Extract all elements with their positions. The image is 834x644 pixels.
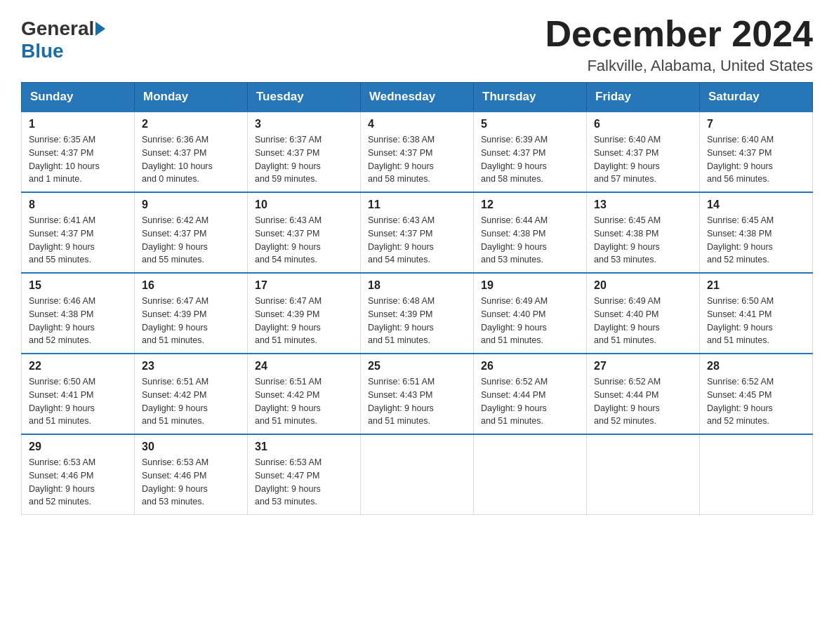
calendar-cell: 25Sunrise: 6:51 AMSunset: 4:43 PMDayligh…	[361, 354, 474, 434]
calendar-cell: 29Sunrise: 6:53 AMSunset: 4:46 PMDayligh…	[22, 434, 135, 515]
calendar-cell: 5Sunrise: 6:39 AMSunset: 4:37 PMDaylight…	[474, 112, 587, 192]
calendar-cell: 27Sunrise: 6:52 AMSunset: 4:44 PMDayligh…	[587, 354, 700, 434]
day-info: Sunrise: 6:45 AMSunset: 4:38 PMDaylight:…	[594, 214, 692, 267]
calendar-cell: 1Sunrise: 6:35 AMSunset: 4:37 PMDaylight…	[22, 112, 135, 192]
day-number: 25	[368, 360, 466, 373]
day-info: Sunrise: 6:49 AMSunset: 4:40 PMDaylight:…	[594, 295, 692, 347]
calendar-cell: 10Sunrise: 6:43 AMSunset: 4:37 PMDayligh…	[248, 192, 361, 273]
calendar-week-row: 1Sunrise: 6:35 AMSunset: 4:37 PMDaylight…	[22, 112, 813, 192]
weekday-header-friday: Friday	[587, 83, 700, 112]
day-info: Sunrise: 6:47 AMSunset: 4:39 PMDaylight:…	[255, 295, 353, 347]
day-info: Sunrise: 6:47 AMSunset: 4:39 PMDaylight:…	[142, 295, 240, 347]
day-number: 13	[594, 199, 692, 211]
calendar-cell: 22Sunrise: 6:50 AMSunset: 4:41 PMDayligh…	[22, 354, 135, 434]
day-info: Sunrise: 6:36 AMSunset: 4:37 PMDaylight:…	[142, 133, 240, 186]
day-info: Sunrise: 6:46 AMSunset: 4:38 PMDaylight:…	[29, 295, 127, 347]
calendar-cell: 20Sunrise: 6:49 AMSunset: 4:40 PMDayligh…	[587, 273, 700, 354]
day-number: 4	[368, 118, 466, 130]
day-number: 7	[707, 118, 805, 130]
day-number: 3	[255, 118, 353, 130]
day-number: 9	[142, 199, 240, 211]
weekday-header-saturday: Saturday	[700, 83, 813, 112]
page-subtitle: Falkville, Alabama, United States	[545, 57, 813, 75]
calendar-cell: 30Sunrise: 6:53 AMSunset: 4:46 PMDayligh…	[135, 434, 248, 515]
day-number: 28	[707, 360, 805, 373]
day-info: Sunrise: 6:52 AMSunset: 4:44 PMDaylight:…	[594, 375, 692, 428]
day-number: 2	[142, 118, 240, 130]
day-info: Sunrise: 6:49 AMSunset: 4:40 PMDaylight:…	[481, 295, 579, 347]
calendar-cell: 15Sunrise: 6:46 AMSunset: 4:38 PMDayligh…	[22, 273, 135, 354]
day-number: 26	[481, 360, 579, 373]
weekday-header-monday: Monday	[135, 83, 248, 112]
day-info: Sunrise: 6:43 AMSunset: 4:37 PMDaylight:…	[368, 214, 466, 267]
calendar-cell: 24Sunrise: 6:51 AMSunset: 4:42 PMDayligh…	[248, 354, 361, 434]
calendar-cell: 2Sunrise: 6:36 AMSunset: 4:37 PMDaylight…	[135, 112, 248, 192]
day-number: 20	[594, 279, 692, 292]
calendar-cell	[361, 434, 474, 515]
calendar-cell	[587, 434, 700, 515]
day-number: 11	[368, 199, 466, 211]
day-info: Sunrise: 6:53 AMSunset: 4:47 PMDaylight:…	[255, 456, 353, 509]
weekday-header-wednesday: Wednesday	[361, 83, 474, 112]
day-info: Sunrise: 6:48 AMSunset: 4:39 PMDaylight:…	[368, 295, 466, 347]
calendar-cell: 17Sunrise: 6:47 AMSunset: 4:39 PMDayligh…	[248, 273, 361, 354]
day-number: 8	[29, 199, 127, 211]
day-info: Sunrise: 6:40 AMSunset: 4:37 PMDaylight:…	[707, 133, 805, 186]
day-info: Sunrise: 6:52 AMSunset: 4:45 PMDaylight:…	[707, 375, 805, 428]
calendar-cell: 14Sunrise: 6:45 AMSunset: 4:38 PMDayligh…	[700, 192, 813, 273]
calendar-table: SundayMondayTuesdayWednesdayThursdayFrid…	[21, 82, 813, 515]
calendar-cell: 7Sunrise: 6:40 AMSunset: 4:37 PMDaylight…	[700, 112, 813, 192]
calendar-week-row: 15Sunrise: 6:46 AMSunset: 4:38 PMDayligh…	[22, 273, 813, 354]
day-number: 5	[481, 118, 579, 130]
day-info: Sunrise: 6:37 AMSunset: 4:37 PMDaylight:…	[255, 133, 353, 186]
day-info: Sunrise: 6:51 AMSunset: 4:42 PMDaylight:…	[255, 375, 353, 428]
calendar-cell: 31Sunrise: 6:53 AMSunset: 4:47 PMDayligh…	[248, 434, 361, 515]
day-info: Sunrise: 6:53 AMSunset: 4:46 PMDaylight:…	[29, 456, 127, 509]
logo-general: General	[21, 18, 94, 40]
calendar-cell: 23Sunrise: 6:51 AMSunset: 4:42 PMDayligh…	[135, 354, 248, 434]
day-info: Sunrise: 6:43 AMSunset: 4:37 PMDaylight:…	[255, 214, 353, 267]
calendar-cell: 28Sunrise: 6:52 AMSunset: 4:45 PMDayligh…	[700, 354, 813, 434]
weekday-header-tuesday: Tuesday	[248, 83, 361, 112]
calendar-week-row: 29Sunrise: 6:53 AMSunset: 4:46 PMDayligh…	[22, 434, 813, 515]
day-info: Sunrise: 6:42 AMSunset: 4:37 PMDaylight:…	[142, 214, 240, 267]
day-number: 31	[255, 441, 353, 453]
weekday-header-sunday: Sunday	[22, 83, 135, 112]
day-number: 16	[142, 279, 240, 292]
day-number: 30	[142, 441, 240, 453]
calendar-cell: 11Sunrise: 6:43 AMSunset: 4:37 PMDayligh…	[361, 192, 474, 273]
page-header: General Blue December 2024 Falkville, Al…	[21, 14, 813, 75]
page-title: December 2024	[545, 14, 813, 54]
day-info: Sunrise: 6:44 AMSunset: 4:38 PMDaylight:…	[481, 214, 579, 267]
day-number: 22	[29, 360, 127, 373]
calendar-cell: 9Sunrise: 6:42 AMSunset: 4:37 PMDaylight…	[135, 192, 248, 273]
day-number: 1	[29, 118, 127, 130]
day-number: 29	[29, 441, 127, 453]
calendar-body: 1Sunrise: 6:35 AMSunset: 4:37 PMDaylight…	[22, 112, 813, 515]
day-number: 10	[255, 199, 353, 211]
day-info: Sunrise: 6:50 AMSunset: 4:41 PMDaylight:…	[29, 375, 127, 428]
day-info: Sunrise: 6:50 AMSunset: 4:41 PMDaylight:…	[707, 295, 805, 347]
calendar-week-row: 8Sunrise: 6:41 AMSunset: 4:37 PMDaylight…	[22, 192, 813, 273]
day-number: 17	[255, 279, 353, 292]
calendar-cell: 21Sunrise: 6:50 AMSunset: 4:41 PMDayligh…	[700, 273, 813, 354]
calendar-cell: 26Sunrise: 6:52 AMSunset: 4:44 PMDayligh…	[474, 354, 587, 434]
day-number: 21	[707, 279, 805, 292]
day-number: 19	[481, 279, 579, 292]
day-number: 6	[594, 118, 692, 130]
calendar-cell: 12Sunrise: 6:44 AMSunset: 4:38 PMDayligh…	[474, 192, 587, 273]
title-section: December 2024 Falkville, Alabama, United…	[545, 14, 813, 75]
calendar-cell: 8Sunrise: 6:41 AMSunset: 4:37 PMDaylight…	[22, 192, 135, 273]
logo-arrow-icon	[95, 22, 105, 36]
day-number: 23	[142, 360, 240, 373]
day-info: Sunrise: 6:41 AMSunset: 4:37 PMDaylight:…	[29, 214, 127, 267]
calendar-cell: 3Sunrise: 6:37 AMSunset: 4:37 PMDaylight…	[248, 112, 361, 192]
calendar-week-row: 22Sunrise: 6:50 AMSunset: 4:41 PMDayligh…	[22, 354, 813, 434]
calendar-cell	[474, 434, 587, 515]
calendar-cell: 18Sunrise: 6:48 AMSunset: 4:39 PMDayligh…	[361, 273, 474, 354]
logo: General Blue	[21, 14, 107, 62]
calendar-cell: 4Sunrise: 6:38 AMSunset: 4:37 PMDaylight…	[361, 112, 474, 192]
day-info: Sunrise: 6:51 AMSunset: 4:42 PMDaylight:…	[142, 375, 240, 428]
day-number: 15	[29, 279, 127, 292]
day-info: Sunrise: 6:35 AMSunset: 4:37 PMDaylight:…	[29, 133, 127, 186]
